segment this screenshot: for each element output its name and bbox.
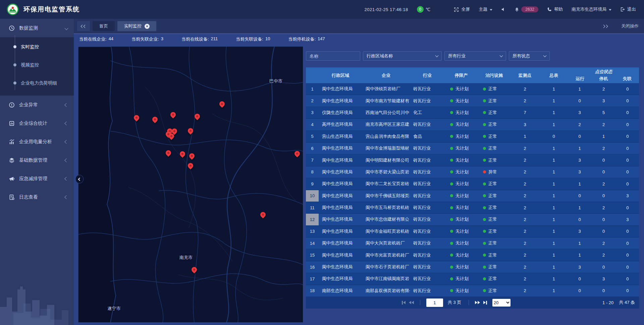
tab-home[interactable]: 首页: [93, 21, 115, 31]
row-region: 高坪生态环境局: [319, 119, 362, 130]
tab-bar-right: 关闭操作: [595, 21, 639, 31]
theme-menu-button[interactable]: 主题: [479, 6, 492, 12]
status-dot-green: [450, 218, 453, 221]
row-company: 西南油气田分公司川中: [362, 107, 410, 118]
table-row[interactable]: 3仪陇生态环境局西南油气田分公司川中化工无计划正常71350: [306, 107, 639, 119]
table-row[interactable]: 5营山生态环境局营山县润丰肉食品有限食品无计划正常10010: [306, 131, 639, 143]
row-point-status: 300: [568, 226, 639, 237]
temperature-unit: ℃: [426, 7, 431, 12]
sidebar-item-enterprise-statistics[interactable]: 企业综合统计: [0, 114, 74, 132]
row-production: 无计划: [445, 119, 478, 130]
alarm-indicator[interactable]: 2632: [515, 6, 538, 12]
row-running: 0: [568, 273, 591, 284]
tabs-scroll-left-button[interactable]: [77, 21, 90, 31]
column-meters: 总表: [539, 67, 568, 83]
logout-button[interactable]: 退出: [620, 6, 636, 12]
row-company: 阆中市石子页岩机砖厂: [362, 261, 410, 273]
row-region: 南部生态环境局: [319, 285, 362, 296]
row-point-status: 010: [568, 131, 639, 142]
sidebar-item-emergency-reduction[interactable]: 应急减排管理: [0, 169, 74, 188]
table-row[interactable]: 9阆中生态环境局阆中市二龙长宝页岩砖砖瓦行业无计划正常21120: [306, 178, 639, 190]
row-company: 阆中强锐页岩砖厂: [362, 83, 410, 95]
row-facility-label: 正常: [488, 252, 497, 258]
row-facility-label: 正常: [488, 181, 497, 187]
name-filter-input[interactable]: [306, 51, 360, 61]
row-meters: 1: [539, 261, 568, 273]
first-page-button[interactable]: [402, 301, 406, 305]
sidebar-item-realtime-monitoring[interactable]: 实时监控: [0, 38, 74, 56]
table-row[interactable]: 8阆中生态环境局阆中市枣碧大梁山页岩砖瓦行业无计划异常21300: [306, 166, 639, 178]
help-button[interactable]: 帮助: [547, 6, 563, 12]
org-menu-button[interactable]: 南充市生态环境局: [572, 6, 611, 12]
row-running: 3: [568, 166, 591, 178]
table-row[interactable]: 13阆中生态环境局阆中市金福旺页岩机砖砖瓦行业无计划正常21300: [306, 226, 639, 237]
close-operations-button[interactable]: 关闭操作: [621, 23, 639, 29]
table-row[interactable]: 15阆中生态环境局阆中市光富页岩机砖厂砖瓦行业无计划正常21120: [306, 249, 639, 261]
sidebar-item-data-monitoring[interactable]: 数据监测: [0, 19, 74, 37]
table-row[interactable]: 17阆中生态环境局阆中市江南镇阆南页岩砖瓦行业无计划正常21030: [306, 273, 639, 285]
page-number-input[interactable]: [426, 299, 443, 307]
tabs-scroll-right-button[interactable]: [598, 21, 611, 31]
table-row[interactable]: 14阆中生态环境局阆中大兴页岩机砖厂砖瓦行业无计划正常21120: [306, 237, 639, 249]
table-row[interactable]: 4高坪生态环境局南充市高坪区王家店建砖瓦行业无计划正常31220: [306, 119, 639, 130]
status-dot-green: [450, 111, 453, 114]
row-stopped: 3: [592, 95, 615, 106]
sidebar-item-video-monitoring[interactable]: 视频监控: [0, 56, 74, 74]
status-dot-green: [450, 170, 453, 173]
status-filter-select[interactable]: 所有状态: [509, 51, 550, 61]
chevron-down-icon: [490, 9, 492, 11]
row-production: 无计划: [445, 273, 478, 284]
sidebar-item-power-usage-analysis[interactable]: 企业用电量分析: [0, 132, 74, 151]
sidebar-item-power-load-detail[interactable]: 企业电力负荷明细: [0, 74, 74, 92]
row-meters: 1: [539, 214, 568, 225]
map[interactable]: 巴中市南充市遂宁市: [78, 47, 303, 322]
tab-close-icon[interactable]: [145, 24, 150, 29]
row-facility: 正常: [478, 237, 511, 249]
row-region: 阆中生态环境局: [319, 273, 362, 284]
table-row[interactable]: 16阆中生态环境局阆中市石子页岩机砖厂砖瓦行业无计划正常21300: [306, 261, 639, 273]
row-production-label: 无计划: [455, 157, 469, 163]
stats-bar: 当前在线企业:44 当前失联企业:3 当前在线设备:211 当前失联设备:10 …: [74, 34, 644, 45]
table-row[interactable]: 12阆中生态环境局阆中市忠信建材有限公砖瓦行业无计划正常21003: [306, 214, 639, 225]
column-running: 运行: [568, 76, 592, 82]
row-company: 南充市高坪区王家店建: [362, 119, 410, 130]
row-point-status: 003: [568, 190, 639, 202]
page-size-select[interactable]: 20: [492, 299, 511, 307]
table-row[interactable]: 7阆中生态环境局阆中明阳建材有限公司砖瓦行业无计划正常21300: [306, 154, 639, 166]
industry-filter-select[interactable]: 所有行业: [444, 51, 506, 61]
map-collapse-handle[interactable]: [75, 175, 84, 183]
bar-chart-icon: [9, 139, 15, 145]
row-production-label: 无计划: [455, 193, 469, 199]
region-filter-select[interactable]: 行政区域名称: [363, 51, 442, 61]
logout-icon: [620, 7, 625, 12]
sidebar-item-basic-data-management[interactable]: 基础数据管理: [0, 151, 74, 169]
table-row[interactable]: 10阆中生态环境局阆中市千佛镇五郎垭页岩砖瓦行业无计划正常21003: [306, 190, 639, 202]
skyline-decoration: [0, 278, 74, 325]
row-offline: 0: [616, 83, 639, 95]
row-production: 无计划: [445, 190, 478, 202]
tab-realtime-monitoring[interactable]: 实时监控: [117, 21, 156, 31]
prev-page-button[interactable]: [409, 301, 414, 304]
layers-icon: [9, 157, 15, 163]
last-page-button[interactable]: [483, 301, 487, 305]
sidebar-item-log-view[interactable]: 日志查看: [0, 188, 74, 206]
row-number: 12: [306, 214, 319, 225]
status-dot-green: [483, 182, 486, 185]
table-row[interactable]: 2阆中生态环境局阆中市南方节能建材有砖瓦行业无计划正常21030: [306, 95, 639, 107]
row-region: 阆中生态环境局: [319, 143, 362, 154]
table-row[interactable]: 6阆中生态环境局阆中市金博瑞新型墙材砖瓦行业无计划正常21120: [306, 143, 639, 154]
sidebar: 数据监测 实时监控 视频监控 企业电力负荷明细: [0, 19, 74, 325]
row-number: 5: [306, 131, 319, 142]
speaker-icon: [501, 7, 506, 12]
fullscreen-button[interactable]: 全屏: [454, 6, 470, 12]
table-row[interactable]: 1阆中生态环境局阆中强锐页岩砖厂砖瓦行业无计划正常21120: [306, 83, 639, 95]
table-row[interactable]: 11阆中生态环境局阆中市五马桥页岩机砖砖瓦行业无计划正常21120: [306, 202, 639, 214]
row-company: 阆中市江南镇阆南页岩: [362, 273, 410, 284]
table-row[interactable]: 18南部生态环境局南部县双佛页岩砖有限公砖瓦行业无计划正常21000: [306, 285, 639, 296]
next-page-button[interactable]: [475, 301, 480, 304]
row-company: 阆中市南方节能建材有: [362, 95, 410, 106]
volume-button[interactable]: [501, 7, 506, 12]
row-offline: 0: [616, 107, 639, 118]
sidebar-item-enterprise-anomaly[interactable]: 企业异常: [0, 96, 74, 114]
row-facility: 正常: [478, 119, 511, 130]
